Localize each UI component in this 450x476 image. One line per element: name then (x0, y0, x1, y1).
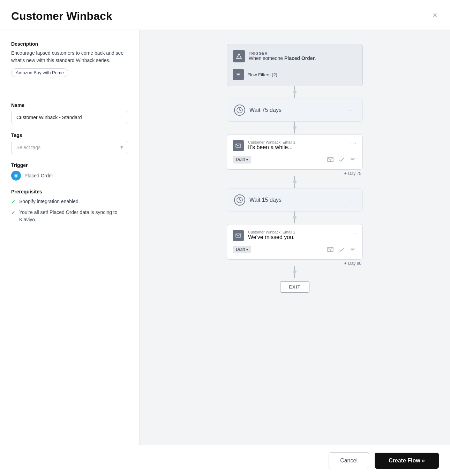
cancel-button[interactable]: Cancel (329, 452, 369, 469)
modal-body: Description Encourage lapsed customers t… (0, 30, 450, 445)
email-card-2: Customer Winback: Email 2 We've missed y… (227, 224, 363, 260)
email-preview-icon-2[interactable] (326, 245, 335, 254)
wait-card-2: Wait 15 days ··· (227, 189, 363, 212)
email-header-2: Customer Winback: Email 2 We've missed y… (233, 230, 357, 241)
name-section: Name (11, 102, 128, 124)
modal-title: Customer Winback (11, 10, 112, 23)
amazon-badge: Amazon Buy with Prime (11, 68, 68, 77)
exit-box: EXIT (280, 281, 309, 293)
wait-text-2: Wait 15 days (249, 197, 282, 203)
filter-text: Flow Filters (2) (247, 72, 277, 77)
email-check-icon-2[interactable] (337, 245, 346, 254)
connector-2 (293, 122, 297, 134)
email-card-1: Customer Winback: Email 1 It's been a wh… (227, 134, 363, 170)
draft-badge-2[interactable]: Draft ▾ (233, 246, 251, 253)
email-info-2: Customer Winback: Email 2 We've missed y… (248, 230, 295, 240)
svg-point-1 (15, 175, 17, 177)
email-footer-2: Draft ▾ (233, 245, 357, 254)
trigger-card: Trigger When someone Placed Order. (227, 44, 363, 86)
trigger-info: Trigger When someone Placed Order. (249, 51, 316, 61)
filter-row: Flow Filters (2) (233, 66, 357, 80)
day-label-2: ✦ Day 90 (227, 261, 363, 266)
email-menu-1[interactable]: ··· (350, 140, 357, 146)
email-label-1: Customer Winback: Email 1 (248, 140, 295, 144)
filter-icon-box (233, 69, 244, 80)
check-icon-1: ✓ (11, 198, 16, 205)
email-header-left-2: Customer Winback: Email 2 We've missed y… (233, 230, 295, 241)
trigger-suffix: . (315, 55, 316, 61)
svg-line-10 (240, 110, 241, 111)
tags-select-wrapper: Select tags ▼ (11, 141, 128, 154)
create-flow-button[interactable]: Create Flow » (375, 453, 439, 469)
trigger-item: Placed Order (11, 171, 128, 181)
modal: Customer Winback × Description Encourage… (0, 0, 450, 476)
tags-select[interactable]: Select tags (11, 141, 128, 154)
wait-text-1: Wait 75 days (249, 107, 282, 113)
tags-section: Tags Select tags ▼ (11, 132, 128, 154)
email-subject-1: It's been a while... (248, 144, 295, 151)
email-menu-2[interactable]: ··· (350, 230, 357, 236)
description-label: Description (11, 41, 128, 47)
description-section: Description Encourage lapsed customers t… (11, 41, 128, 85)
check-icon-2: ✓ (11, 209, 16, 216)
svg-rect-7 (238, 76, 239, 76)
email-subject-2: We've missed you. (248, 234, 295, 240)
connector-3 (293, 176, 297, 189)
prerequisites-label: Prerequisites (11, 189, 128, 194)
tags-placeholder: Select tags (16, 145, 40, 150)
trigger-value: Placed Order (24, 173, 53, 178)
divider-1 (11, 94, 128, 94)
draft-badge-1[interactable]: Draft ▾ (233, 156, 251, 163)
name-input[interactable] (11, 111, 128, 124)
trigger-bold: Placed Order (284, 55, 315, 61)
email-filter-icon-2[interactable] (348, 245, 357, 254)
name-label: Name (11, 102, 128, 108)
trigger-header: Trigger When someone Placed Order. (233, 50, 357, 62)
trigger-section: Trigger Placed Order (11, 162, 128, 181)
svg-rect-5 (236, 73, 240, 74)
email-header-left-1: Customer Winback: Email 1 It's been a wh… (233, 140, 295, 151)
email-actions-2 (326, 245, 357, 254)
modal-footer: Cancel Create Flow » (0, 445, 450, 476)
draft-label-2: Draft (236, 247, 245, 252)
wait-left-1: Wait 75 days (234, 105, 282, 116)
day-label-1: ✦ Day 75 (227, 171, 363, 176)
email-check-icon-1[interactable] (337, 155, 346, 164)
svg-line-19 (240, 200, 241, 201)
close-button[interactable]: × (431, 10, 439, 21)
connector-4 (293, 212, 297, 224)
clock-icon-2 (234, 194, 245, 206)
connector-5 (293, 266, 297, 278)
wait-menu-1[interactable]: ··· (349, 107, 355, 113)
draft-label-1: Draft (236, 157, 245, 162)
email-icon-2 (233, 230, 244, 241)
trigger-icon-box (233, 50, 245, 62)
wait-menu-2[interactable]: ··· (349, 197, 355, 203)
email-icon-1 (233, 140, 244, 151)
email-filter-icon-1[interactable] (348, 155, 357, 164)
placed-order-icon (11, 171, 21, 181)
email-info-1: Customer Winback: Email 1 It's been a wh… (248, 140, 295, 151)
email-preview-icon-1[interactable] (326, 155, 335, 164)
tags-label: Tags (11, 132, 128, 138)
wait-left-2: Wait 15 days (234, 194, 282, 206)
clock-icon-1 (234, 105, 245, 116)
email-footer-1: Draft ▾ (233, 155, 357, 164)
trigger-label: Trigger (11, 162, 128, 168)
draft-chevron-2: ▾ (246, 248, 248, 252)
email-label-2: Customer Winback: Email 2 (248, 230, 295, 234)
right-panel: Trigger When someone Placed Order. (140, 30, 450, 445)
trigger-card-value: When someone Placed Order. (249, 55, 316, 61)
left-panel: Description Encourage lapsed customers t… (0, 30, 140, 445)
email-header-1: Customer Winback: Email 1 It's been a wh… (233, 140, 357, 151)
svg-rect-6 (237, 74, 240, 75)
prereq-item-2: ✓ You're all set! Placed Order data is s… (11, 209, 128, 223)
prereq-text-1: Shopify integration enabled. (19, 198, 80, 205)
trigger-prefix: When someone (249, 55, 284, 61)
wait-card-1: Wait 75 days ··· (227, 99, 363, 122)
flow-diagram: Trigger When someone Placed Order. (222, 44, 368, 293)
prereq-item-1: ✓ Shopify integration enabled. (11, 198, 128, 205)
connector-1 (293, 86, 297, 99)
trigger-card-label: Trigger (249, 51, 316, 55)
email-actions-1 (326, 155, 357, 164)
